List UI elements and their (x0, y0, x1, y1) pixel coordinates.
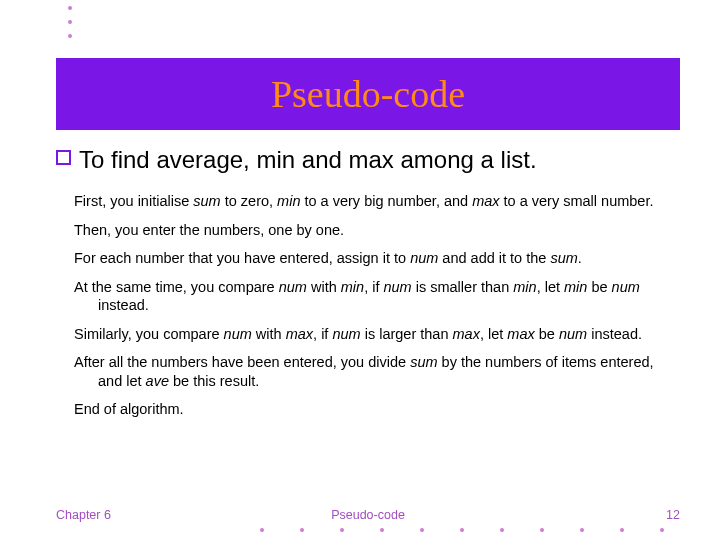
paragraph: After all the numbers have been entered,… (74, 353, 680, 390)
slide-content: To find average, min and max among a lis… (56, 146, 680, 496)
footer-chapter: Chapter 6 (56, 508, 111, 522)
dot-icon (340, 528, 344, 532)
footer-page-number: 12 (666, 508, 680, 522)
paragraph: End of algorithm. (74, 400, 680, 419)
dot-icon (68, 6, 72, 10)
dot-icon (260, 528, 264, 532)
paragraph: For each number that you have entered, a… (74, 249, 680, 268)
dot-icon (500, 528, 504, 532)
body-list: First, you initialise sum to zero, min t… (56, 192, 680, 419)
dot-icon (540, 528, 544, 532)
dot-icon (460, 528, 464, 532)
square-bullet-icon (56, 150, 71, 165)
dot-icon (420, 528, 424, 532)
paragraph: Then, you enter the numbers, one by one. (74, 221, 680, 240)
dot-icon (580, 528, 584, 532)
paragraph: At the same time, you compare num with m… (74, 278, 680, 315)
dot-icon (660, 528, 664, 532)
dot-icon (68, 34, 72, 38)
slide-footer: Chapter 6 Pseudo-code 12 (56, 508, 680, 522)
dot-icon (300, 528, 304, 532)
decorative-dots-top (68, 6, 72, 38)
heading-row: To find average, min and max among a lis… (56, 146, 680, 174)
slide-title: Pseudo-code (271, 72, 465, 116)
footer-topic: Pseudo-code (331, 508, 405, 522)
dot-icon (68, 20, 72, 24)
paragraph: Similarly, you compare num with max, if … (74, 325, 680, 344)
decorative-dots-bottom (260, 528, 664, 532)
section-heading: To find average, min and max among a lis… (79, 146, 537, 174)
title-bar: Pseudo-code (56, 58, 680, 130)
paragraph: First, you initialise sum to zero, min t… (74, 192, 680, 211)
dot-icon (380, 528, 384, 532)
dot-icon (620, 528, 624, 532)
